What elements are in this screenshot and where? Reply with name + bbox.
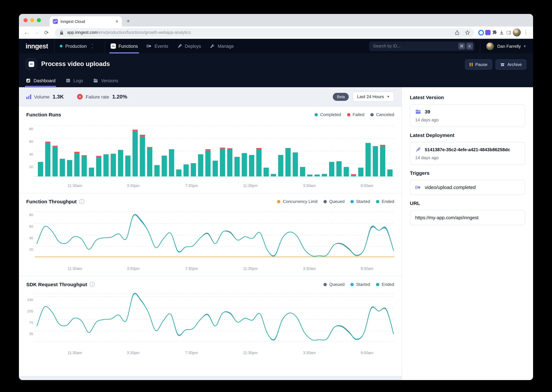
environment-status-dot bbox=[60, 45, 62, 47]
events-icon bbox=[147, 43, 152, 49]
browser-window: Inngest Cloud ✕ + ← → ⟳ app.inngest.com/… bbox=[19, 14, 533, 380]
svg-text:9:00am: 9:00am bbox=[361, 351, 373, 355]
nav-item-events[interactable]: Events bbox=[147, 39, 168, 53]
tab-close-icon[interactable]: ✕ bbox=[115, 19, 119, 24]
nav-item-label: Functions bbox=[118, 44, 138, 49]
legend-dot bbox=[376, 283, 379, 286]
svg-text:11:30am: 11:30am bbox=[68, 183, 82, 188]
svg-text:40: 40 bbox=[29, 152, 33, 156]
address-bar[interactable]: app.inngest.com/env/production/functions… bbox=[55, 28, 474, 37]
lock-icon bbox=[59, 30, 65, 35]
svg-text:9:00am: 9:00am bbox=[361, 183, 373, 188]
pause-button[interactable]: Pause bbox=[465, 59, 492, 70]
close-window-button[interactable] bbox=[24, 18, 28, 22]
svg-text:40: 40 bbox=[29, 236, 33, 240]
pause-label: Pause bbox=[475, 62, 487, 67]
browser-menu-icon[interactable]: ⋮ bbox=[522, 29, 530, 35]
download-icon[interactable] bbox=[499, 30, 504, 35]
inngest-logo[interactable]: inngest bbox=[26, 42, 48, 50]
tab-dashboard[interactable]: Dashboard bbox=[26, 74, 55, 87]
function-throughput-section: Function Throughput i Concurrency LimitQ… bbox=[19, 193, 401, 271]
failure-rate-stat: ✕ Failure rate 1.20% bbox=[77, 94, 127, 100]
latest-version-value: 39 bbox=[425, 109, 430, 114]
info-icon[interactable]: i bbox=[79, 199, 84, 204]
url-text: app.inngest.com/env/production/functions… bbox=[67, 30, 191, 35]
environment-label: Production bbox=[65, 44, 87, 49]
svg-text:20: 20 bbox=[29, 247, 33, 252]
browser-tab[interactable]: Inngest Cloud ✕ bbox=[50, 16, 122, 27]
archive-button[interactable]: Archive bbox=[495, 59, 526, 70]
url-heading: URL bbox=[410, 200, 525, 206]
function-runs-chart: 2040608011:30am3:30pm7:30pm11:30pm3:30am… bbox=[26, 119, 394, 188]
browser-profile-avatar[interactable] bbox=[513, 28, 521, 36]
latest-deployment-value: 5141387e-35c2-4efe-a421-4843b86258dc bbox=[425, 147, 510, 152]
user-menu[interactable]: Dan Farrelly ▼ bbox=[480, 39, 526, 53]
url-card[interactable]: https://my-app.com/api/inngest bbox=[410, 210, 525, 225]
time-range-label: Last 24 Hours bbox=[357, 94, 384, 99]
legend-label: Queued bbox=[329, 199, 345, 204]
tab-logs[interactable]: Logs bbox=[65, 74, 83, 87]
info-icon[interactable]: i bbox=[90, 282, 95, 287]
nav-item-deploys[interactable]: Deploys bbox=[177, 39, 201, 53]
legend-label: Started bbox=[356, 282, 370, 287]
user-avatar bbox=[487, 42, 494, 50]
legend-dot bbox=[324, 283, 327, 286]
password-extension-icon[interactable] bbox=[478, 30, 484, 35]
legend-dot bbox=[351, 200, 354, 203]
latest-version-card[interactable]: 39 14 days ago bbox=[410, 104, 525, 127]
trigger-card[interactable]: video/upload.completed bbox=[410, 180, 525, 195]
extension-icon[interactable] bbox=[485, 30, 491, 35]
share-icon[interactable] bbox=[454, 30, 460, 35]
legend-item: Ended bbox=[376, 282, 394, 287]
side-panel-icon[interactable] bbox=[506, 30, 511, 35]
bookmark-star-icon[interactable] bbox=[465, 30, 470, 35]
svg-text:11:30pm: 11:30pm bbox=[243, 266, 258, 271]
latest-deployment-card[interactable]: 5141387e-35c2-4efe-a421-4843b86258dc 14 … bbox=[410, 142, 525, 165]
maximize-window-button[interactable] bbox=[37, 18, 41, 22]
forward-button[interactable]: → bbox=[32, 29, 41, 35]
latest-version-time: 14 days ago bbox=[415, 117, 520, 122]
logs-terminal-icon bbox=[65, 78, 71, 83]
divider bbox=[105, 39, 105, 53]
svg-text:3:30am: 3:30am bbox=[303, 351, 316, 355]
legend-item: Canceled bbox=[370, 112, 394, 117]
functions-icon: <> bbox=[110, 43, 116, 49]
tab-title: Inngest Cloud bbox=[60, 19, 113, 24]
beta-badge: Beta bbox=[333, 93, 349, 101]
svg-text:11:30pm: 11:30pm bbox=[243, 351, 258, 355]
search-input[interactable]: Search by ID... ⌘ K bbox=[369, 41, 475, 51]
svg-text:60: 60 bbox=[29, 140, 33, 144]
svg-text:60: 60 bbox=[29, 224, 33, 229]
nav-item-manage[interactable]: Manage bbox=[210, 39, 234, 53]
latest-deployment-heading: Latest Deployment bbox=[410, 132, 525, 138]
archive-icon bbox=[500, 62, 505, 67]
svg-text:11:30pm: 11:30pm bbox=[243, 183, 258, 188]
folder-icon bbox=[415, 109, 421, 115]
reload-button[interactable]: ⟳ bbox=[42, 29, 51, 36]
legend-label: Started bbox=[356, 199, 370, 204]
puzzle-extensions-icon[interactable] bbox=[492, 30, 498, 35]
pause-icon bbox=[470, 63, 473, 66]
svg-text:20: 20 bbox=[29, 165, 33, 169]
nav-item-functions[interactable]: <> Functions bbox=[110, 39, 138, 53]
footer-strip bbox=[19, 376, 401, 380]
event-trigger-icon bbox=[415, 184, 421, 190]
back-button[interactable]: ← bbox=[22, 29, 31, 35]
chevron-updown-icon: ⌃⌄ bbox=[91, 44, 94, 48]
chart-legend: Concurrency LimitQueuedStartedEnded bbox=[277, 199, 394, 204]
browser-toolbar: ← → ⟳ app.inngest.com/env/production/fun… bbox=[19, 27, 533, 39]
chart-title: Function Throughput bbox=[26, 199, 77, 204]
trigger-value: video/upload.completed bbox=[425, 185, 476, 190]
environment-selector[interactable]: Production ⌃⌄ bbox=[54, 39, 99, 53]
volume-stat: Volume 1.3K bbox=[26, 94, 64, 100]
svg-text:7:30pm: 7:30pm bbox=[185, 183, 198, 188]
tab-versions[interactable]: Versions bbox=[93, 74, 118, 87]
legend-item: Started bbox=[351, 199, 370, 204]
new-tab-button[interactable]: + bbox=[127, 18, 130, 25]
minimize-window-button[interactable] bbox=[30, 18, 34, 22]
svg-text:35: 35 bbox=[29, 332, 33, 336]
time-range-selector[interactable]: Last 24 Hours ▼ bbox=[353, 91, 394, 102]
legend-label: Canceled bbox=[376, 112, 394, 117]
user-name: Dan Farrelly bbox=[497, 44, 521, 49]
chart-legend: CompletedFailedCanceled bbox=[314, 112, 394, 117]
